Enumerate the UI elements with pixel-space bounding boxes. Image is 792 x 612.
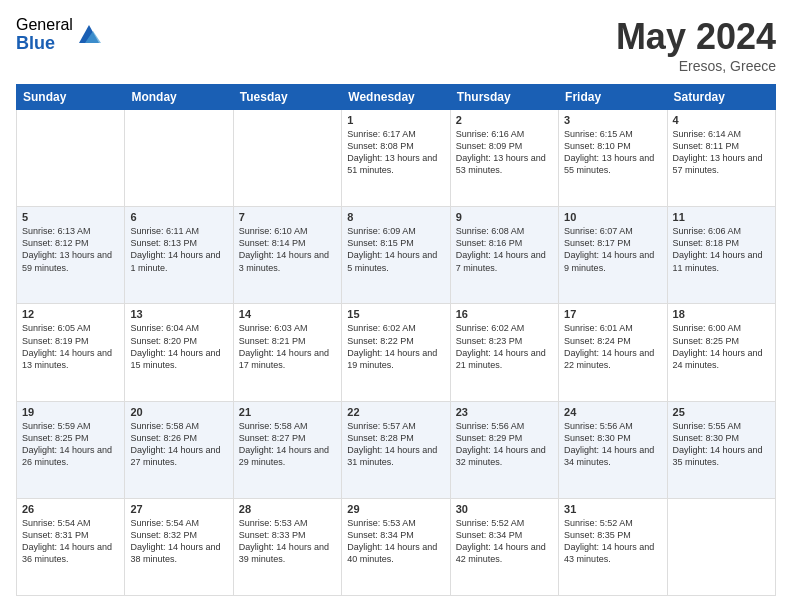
cell-daylight: Daylight: 14 hours and 19 minutes.	[347, 348, 437, 370]
logo-text: General Blue	[16, 16, 73, 53]
cell-sunrise: Sunrise: 5:59 AM	[22, 421, 91, 431]
cell-sunrise: Sunrise: 6:02 AM	[347, 323, 416, 333]
cell-daylight: Daylight: 13 hours and 53 minutes.	[456, 153, 546, 175]
logo-general: General	[16, 16, 73, 34]
cell-sunrise: Sunrise: 6:00 AM	[673, 323, 742, 333]
calendar-cell	[125, 110, 233, 207]
cell-sunrise: Sunrise: 6:07 AM	[564, 226, 633, 236]
col-friday: Friday	[559, 85, 667, 110]
day-number: 25	[673, 406, 770, 418]
cell-daylight: Daylight: 14 hours and 38 minutes.	[130, 542, 220, 564]
cell-sunset: Sunset: 8:12 PM	[22, 238, 89, 248]
col-sunday: Sunday	[17, 85, 125, 110]
col-saturday: Saturday	[667, 85, 775, 110]
calendar-cell: 5Sunrise: 6:13 AMSunset: 8:12 PMDaylight…	[17, 207, 125, 304]
cell-daylight: Daylight: 14 hours and 35 minutes.	[673, 445, 763, 467]
logo-blue: Blue	[16, 34, 73, 54]
cell-sunrise: Sunrise: 6:05 AM	[22, 323, 91, 333]
cell-daylight: Daylight: 14 hours and 15 minutes.	[130, 348, 220, 370]
day-number: 1	[347, 114, 444, 126]
cell-sunrise: Sunrise: 6:16 AM	[456, 129, 525, 139]
calendar-cell: 17Sunrise: 6:01 AMSunset: 8:24 PMDayligh…	[559, 304, 667, 401]
cell-sunset: Sunset: 8:25 PM	[673, 336, 740, 346]
day-number: 30	[456, 503, 553, 515]
calendar-cell: 24Sunrise: 5:56 AMSunset: 8:30 PMDayligh…	[559, 401, 667, 498]
page: General Blue May 2024 Eresos, Greece Sun…	[0, 0, 792, 612]
cell-sunrise: Sunrise: 6:17 AM	[347, 129, 416, 139]
col-wednesday: Wednesday	[342, 85, 450, 110]
cell-sunset: Sunset: 8:31 PM	[22, 530, 89, 540]
cell-daylight: Daylight: 14 hours and 24 minutes.	[673, 348, 763, 370]
cell-sunset: Sunset: 8:13 PM	[130, 238, 197, 248]
day-number: 3	[564, 114, 661, 126]
cell-daylight: Daylight: 14 hours and 22 minutes.	[564, 348, 654, 370]
day-number: 26	[22, 503, 119, 515]
cell-sunrise: Sunrise: 6:14 AM	[673, 129, 742, 139]
cell-daylight: Daylight: 14 hours and 17 minutes.	[239, 348, 329, 370]
col-thursday: Thursday	[450, 85, 558, 110]
cell-daylight: Daylight: 14 hours and 39 minutes.	[239, 542, 329, 564]
cell-daylight: Daylight: 14 hours and 36 minutes.	[22, 542, 112, 564]
cell-sunset: Sunset: 8:11 PM	[673, 141, 740, 151]
cell-daylight: Daylight: 14 hours and 34 minutes.	[564, 445, 654, 467]
calendar-cell: 13Sunrise: 6:04 AMSunset: 8:20 PMDayligh…	[125, 304, 233, 401]
cell-sunrise: Sunrise: 6:09 AM	[347, 226, 416, 236]
cell-sunset: Sunset: 8:35 PM	[564, 530, 631, 540]
cell-sunrise: Sunrise: 5:52 AM	[456, 518, 525, 528]
cell-daylight: Daylight: 14 hours and 21 minutes.	[456, 348, 546, 370]
cell-sunrise: Sunrise: 6:10 AM	[239, 226, 308, 236]
calendar-cell: 31Sunrise: 5:52 AMSunset: 8:35 PMDayligh…	[559, 498, 667, 595]
cell-daylight: Daylight: 14 hours and 3 minutes.	[239, 250, 329, 272]
calendar-cell: 11Sunrise: 6:06 AMSunset: 8:18 PMDayligh…	[667, 207, 775, 304]
cell-sunrise: Sunrise: 5:54 AM	[130, 518, 199, 528]
cell-daylight: Daylight: 14 hours and 9 minutes.	[564, 250, 654, 272]
cell-sunrise: Sunrise: 5:52 AM	[564, 518, 633, 528]
calendar-cell: 2Sunrise: 6:16 AMSunset: 8:09 PMDaylight…	[450, 110, 558, 207]
cell-daylight: Daylight: 13 hours and 59 minutes.	[22, 250, 112, 272]
cell-daylight: Daylight: 14 hours and 31 minutes.	[347, 445, 437, 467]
calendar-cell: 6Sunrise: 6:11 AMSunset: 8:13 PMDaylight…	[125, 207, 233, 304]
cell-sunset: Sunset: 8:28 PM	[347, 433, 414, 443]
day-number: 11	[673, 211, 770, 223]
cell-sunset: Sunset: 8:21 PM	[239, 336, 306, 346]
cell-daylight: Daylight: 13 hours and 57 minutes.	[673, 153, 763, 175]
cell-sunset: Sunset: 8:24 PM	[564, 336, 631, 346]
cell-sunset: Sunset: 8:30 PM	[564, 433, 631, 443]
calendar-cell: 18Sunrise: 6:00 AMSunset: 8:25 PMDayligh…	[667, 304, 775, 401]
cell-daylight: Daylight: 14 hours and 5 minutes.	[347, 250, 437, 272]
cell-daylight: Daylight: 14 hours and 11 minutes.	[673, 250, 763, 272]
day-number: 12	[22, 308, 119, 320]
cell-sunrise: Sunrise: 5:54 AM	[22, 518, 91, 528]
cell-sunrise: Sunrise: 5:58 AM	[130, 421, 199, 431]
day-number: 10	[564, 211, 661, 223]
day-number: 9	[456, 211, 553, 223]
cell-daylight: Daylight: 13 hours and 51 minutes.	[347, 153, 437, 175]
cell-sunset: Sunset: 8:20 PM	[130, 336, 197, 346]
cell-sunset: Sunset: 8:16 PM	[456, 238, 523, 248]
cell-sunrise: Sunrise: 6:04 AM	[130, 323, 199, 333]
day-number: 2	[456, 114, 553, 126]
cell-sunset: Sunset: 8:10 PM	[564, 141, 631, 151]
cell-sunset: Sunset: 8:15 PM	[347, 238, 414, 248]
cell-sunset: Sunset: 8:30 PM	[673, 433, 740, 443]
cell-sunrise: Sunrise: 6:02 AM	[456, 323, 525, 333]
calendar-cell: 27Sunrise: 5:54 AMSunset: 8:32 PMDayligh…	[125, 498, 233, 595]
day-number: 13	[130, 308, 227, 320]
day-number: 29	[347, 503, 444, 515]
calendar-cell: 28Sunrise: 5:53 AMSunset: 8:33 PMDayligh…	[233, 498, 341, 595]
day-number: 5	[22, 211, 119, 223]
cell-sunrise: Sunrise: 5:53 AM	[239, 518, 308, 528]
cell-sunset: Sunset: 8:14 PM	[239, 238, 306, 248]
day-number: 17	[564, 308, 661, 320]
cell-sunset: Sunset: 8:34 PM	[347, 530, 414, 540]
day-number: 7	[239, 211, 336, 223]
calendar-cell: 23Sunrise: 5:56 AMSunset: 8:29 PMDayligh…	[450, 401, 558, 498]
cell-sunrise: Sunrise: 5:56 AM	[456, 421, 525, 431]
cell-daylight: Daylight: 14 hours and 40 minutes.	[347, 542, 437, 564]
cell-sunset: Sunset: 8:34 PM	[456, 530, 523, 540]
cell-sunset: Sunset: 8:23 PM	[456, 336, 523, 346]
calendar-cell: 19Sunrise: 5:59 AMSunset: 8:25 PMDayligh…	[17, 401, 125, 498]
calendar-cell: 9Sunrise: 6:08 AMSunset: 8:16 PMDaylight…	[450, 207, 558, 304]
calendar-cell: 8Sunrise: 6:09 AMSunset: 8:15 PMDaylight…	[342, 207, 450, 304]
day-number: 15	[347, 308, 444, 320]
